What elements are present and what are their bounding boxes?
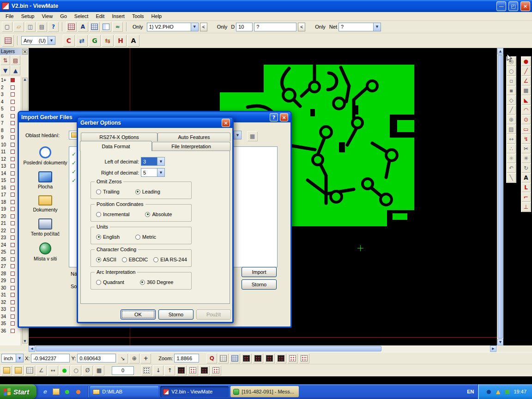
undo-view[interactable]: ↶ (507, 163, 516, 173)
close-button[interactable]: × (520, 1, 530, 11)
film-black-4[interactable] (276, 353, 286, 363)
menu-item[interactable]: Go (56, 13, 71, 19)
layer-visibility-checkbox[interactable] (11, 278, 15, 283)
close-button[interactable]: × (222, 119, 230, 127)
radio-metric[interactable]: Metric (135, 234, 156, 240)
film-black-1[interactable] (241, 353, 252, 363)
film-red-2[interactable] (299, 353, 309, 363)
polyline-tool[interactable]: ↯ (521, 134, 531, 144)
layer-visibility-checkbox[interactable] (11, 307, 15, 311)
dcode-value-field[interactable]: 10 (236, 23, 253, 31)
layer-visibility-checkbox[interactable] (11, 135, 15, 139)
pattern-black-1[interactable] (176, 365, 187, 375)
layer-visibility-checkbox[interactable] (11, 92, 15, 97)
right-decimal-combo[interactable]: 5 (141, 168, 165, 177)
radio-trailing[interactable]: Trailing (96, 189, 120, 194)
horizontal-scroll-thumb[interactable] (36, 346, 381, 351)
rotate-tool[interactable]: ↻ (521, 163, 531, 173)
select-diameter[interactable]: Ø (82, 365, 93, 375)
menu-item[interactable]: Tools (128, 13, 148, 19)
point-large[interactable]: ▪ (507, 86, 516, 95)
layer-visibility-checkbox[interactable] (11, 214, 15, 218)
place-item[interactable]: Dokumenty (23, 195, 68, 212)
prev-dcode-button[interactable]: < (298, 23, 305, 31)
layer-visibility-checkbox[interactable] (11, 272, 15, 276)
tab-file-interpretation[interactable]: File Interpretation (152, 142, 230, 151)
layer-row[interactable]: 3 (0, 91, 21, 98)
msn-icon[interactable]: ■ (503, 387, 511, 397)
measure-diagonal[interactable]: ↘ (117, 353, 128, 363)
angle-tool[interactable]: ∠ (521, 76, 531, 85)
layer-visibility-checkbox[interactable] (11, 321, 15, 326)
task-button[interactable]: [191-482-091] - Mess... (230, 386, 299, 397)
clock[interactable]: 19:47 (514, 389, 526, 394)
vertical-scrollbar[interactable]: ▲ ▼ (497, 48, 503, 345)
backslash-tool[interactable]: ╲ (507, 173, 516, 182)
unit-combo[interactable]: inch (1, 354, 24, 363)
ruler-vertical[interactable] (13, 365, 24, 375)
horizontal-scrollbar[interactable] (35, 345, 490, 352)
chevron-down-icon[interactable] (157, 157, 164, 165)
measure-tool[interactable]: ⊥ (521, 202, 531, 212)
pattern-red-2[interactable] (211, 365, 221, 375)
ie-icon[interactable]: e (40, 387, 49, 397)
layer-visibility-checkbox[interactable] (11, 157, 15, 161)
scroll-left-button[interactable]: ◀ (29, 345, 35, 352)
vertical-scroll-thumb[interactable] (498, 55, 503, 339)
point-small[interactable]: ▫ (507, 76, 516, 85)
zoom-grid[interactable] (218, 353, 229, 363)
layer-visibility-checkbox[interactable] (11, 300, 15, 304)
tab-data-format[interactable]: Data Format (80, 141, 152, 151)
update-icon[interactable]: ● (484, 387, 493, 397)
dcode-query-field[interactable]: ? (254, 23, 296, 31)
star-tool[interactable]: ✳ (521, 154, 531, 163)
layer-visibility-checkbox[interactable] (11, 236, 15, 240)
burst-tool[interactable]: ✳ (507, 154, 516, 163)
save-file[interactable]: ◫ (25, 22, 36, 32)
layer-visibility-checkbox[interactable] (11, 250, 15, 254)
alert-icon[interactable]: ▲ (494, 387, 502, 397)
chevron-down-icon[interactable] (234, 131, 241, 139)
radio-quadrant[interactable]: Quadrant (96, 279, 124, 285)
circle-view[interactable]: ○ (507, 66, 516, 76)
layers-close-icon[interactable]: × (22, 49, 28, 54)
ruler-horizontal[interactable] (1, 365, 12, 375)
menu-item[interactable]: Edit (92, 13, 108, 19)
place-item[interactable]: Poslední dokumenty (23, 146, 68, 165)
letter-a[interactable]: A (127, 35, 139, 47)
zoom-extents[interactable] (230, 353, 240, 363)
layer-visibility-checkbox[interactable] (11, 193, 15, 197)
origin-target[interactable]: ⊕ (129, 353, 139, 363)
scroll-down-icon[interactable]: ▼ (24, 340, 26, 343)
scroll-up-icon[interactable]: ▲ (24, 78, 26, 81)
radio-leading[interactable]: Leading (135, 189, 160, 194)
layer-row[interactable]: 36 (0, 327, 21, 335)
layer-visibility-checkbox[interactable] (11, 207, 15, 211)
layer-visibility-checkbox[interactable] (11, 293, 15, 297)
x-coordinate-field[interactable]: -0.942237 (31, 354, 70, 363)
menu-item[interactable]: Help (148, 13, 166, 19)
layer-visibility-checkbox[interactable] (11, 286, 15, 290)
step-up[interactable]: ↑ (164, 365, 175, 375)
hatch-tool[interactable]: ▨ (507, 125, 516, 134)
layer-visibility-checkbox[interactable] (11, 186, 15, 190)
context-help[interactable]: ? (48, 22, 59, 32)
aperture-table[interactable] (66, 22, 77, 32)
layer-visibility-checkbox[interactable] (11, 229, 15, 233)
ok-button[interactable]: OK (121, 309, 156, 320)
layer-visibility-checkbox[interactable] (11, 329, 15, 333)
views-button[interactable]: ▦ (247, 131, 258, 141)
chevron-down-icon[interactable] (373, 23, 381, 31)
cut-tool[interactable]: ✂ (521, 144, 531, 153)
net-select-combo[interactable]: ? (339, 23, 381, 31)
move-down[interactable]: ▼ (0, 66, 10, 75)
layer-visibility-checkbox[interactable] (11, 264, 15, 268)
radio-ebcdic[interactable]: EBCDIC (122, 257, 148, 262)
layer-visibility-checkbox[interactable] (11, 200, 15, 204)
new-file[interactable]: ▢ (2, 22, 12, 32)
grid-table[interactable]: ▦ (94, 365, 104, 375)
layer-row[interactable]: 4 (0, 98, 21, 106)
help-button[interactable]: ? (270, 113, 278, 121)
line-width-tool[interactable]: L (521, 183, 531, 192)
signal-view[interactable]: ≈ (112, 22, 123, 32)
